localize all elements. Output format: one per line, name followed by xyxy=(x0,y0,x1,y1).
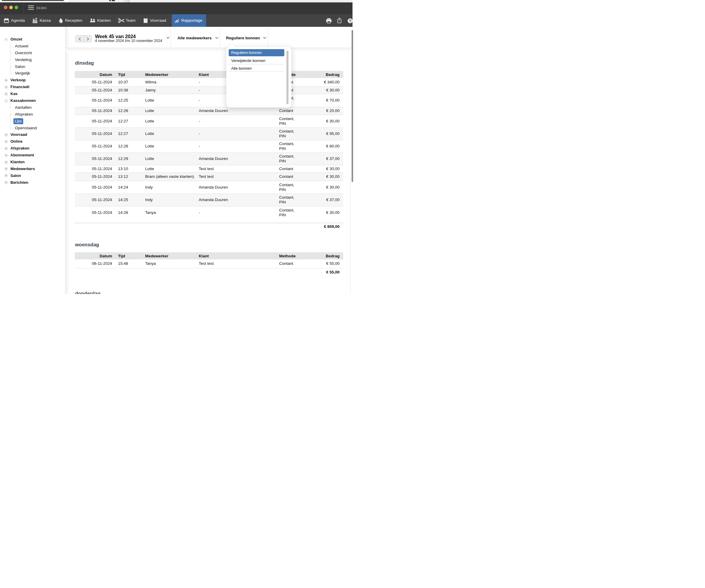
svg-text:?: ? xyxy=(349,19,351,23)
